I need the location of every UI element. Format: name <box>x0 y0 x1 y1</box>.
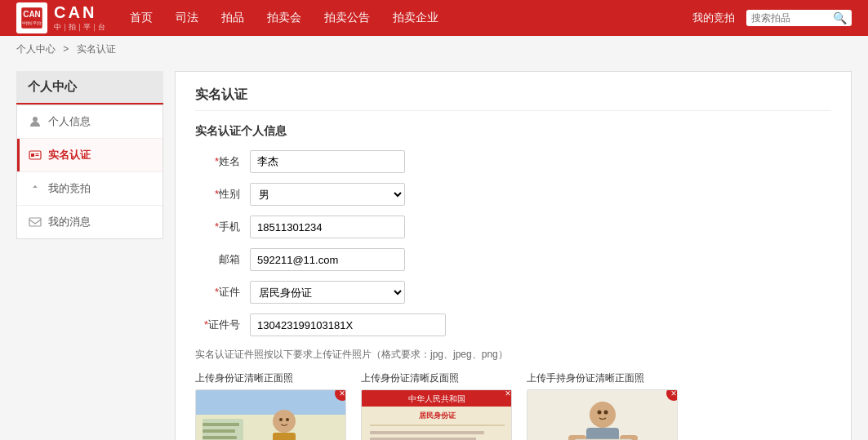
svg-rect-15 <box>203 429 235 433</box>
upload-image-front[interactable]: × <box>195 389 346 440</box>
cert-no-input[interactable] <box>250 313 446 336</box>
svg-rect-14 <box>203 423 239 426</box>
sidebar-item-my-message-label: 我的消息 <box>48 215 91 229</box>
message-icon <box>29 216 42 229</box>
my-auction-link[interactable]: 我的竞拍 <box>692 11 735 25</box>
email-label: 邮箱 <box>195 252 240 267</box>
form-row-cert-no: *证件号 <box>195 313 831 336</box>
main-container: 个人中心 个人信息 实名认证 我的竞拍 <box>0 63 868 440</box>
content-title: 实名认证 <box>195 87 831 111</box>
upload-image-hold[interactable]: × <box>527 389 678 440</box>
id-card-front-svg <box>196 390 346 440</box>
sidebar-item-my-message[interactable]: 我的消息 <box>17 206 162 238</box>
sidebar-item-personal-info-label: 个人信息 <box>48 114 91 129</box>
auction-icon <box>29 182 42 195</box>
sidebar-item-my-auction[interactable]: 我的竞拍 <box>17 172 162 206</box>
header-right: 我的竞拍 🔍 <box>692 10 852 26</box>
search-bar: 🔍 <box>746 10 852 26</box>
nav-item-enterprise[interactable]: 拍卖企业 <box>393 11 438 25</box>
svg-text:CAN: CAN <box>23 10 41 19</box>
upload-label-hold: 上传手持身份证清晰正面照 <box>527 371 678 385</box>
svg-text:中华人民共和国: 中华人民共和国 <box>408 394 465 403</box>
nav-item-home[interactable]: 首页 <box>130 11 153 25</box>
form: *姓名 *性别 男 女 *手机 <box>195 150 831 336</box>
cert-no-label: *证件号 <box>195 318 240 332</box>
svg-rect-8 <box>29 218 41 226</box>
sidebar-item-my-auction-label: 我的竞拍 <box>48 181 91 196</box>
svg-rect-5 <box>31 153 34 157</box>
breadcrumb-separator: > <box>63 43 69 55</box>
logo-area: CAN 中|拍|平|台 CAN 中｜拍｜平｜台 <box>16 2 105 33</box>
nav-item-items[interactable]: 拍品 <box>221 11 244 25</box>
sidebar-item-real-name[interactable]: 实名认证 <box>17 139 162 172</box>
form-row-email: 邮箱 <box>195 248 831 271</box>
logo-sub-text: 中｜拍｜平｜台 <box>54 22 105 33</box>
nav-item-auction-house[interactable]: 拍卖会 <box>267 11 301 25</box>
upload-note: 实名认证证件照按以下要求上传证件照片（格式要求：jpg、jpeg、png） <box>195 348 831 362</box>
svg-rect-28 <box>370 431 484 434</box>
logo-main-text: CAN <box>54 3 105 22</box>
section-title: 实名认证个人信息 <box>195 124 831 139</box>
id-card-icon <box>29 149 42 162</box>
cert-type-label: *证件 <box>195 285 240 300</box>
form-row-phone: *手机 <box>195 216 831 238</box>
search-button[interactable]: 🔍 <box>833 11 847 24</box>
svg-text:中|拍|平|台: 中|拍|平|台 <box>22 20 42 25</box>
gender-select[interactable]: 男 女 <box>250 183 405 206</box>
svg-point-40 <box>590 402 616 428</box>
svg-rect-16 <box>203 436 237 439</box>
id-card-back-svg: 中华人民共和国 居民身份证 <box>362 390 512 440</box>
svg-point-49 <box>598 411 602 415</box>
svg-point-50 <box>604 411 608 415</box>
name-input[interactable] <box>250 150 405 173</box>
logo-icon: CAN 中|拍|平|台 <box>16 2 47 33</box>
email-input[interactable] <box>250 248 405 271</box>
logo-text-area: CAN 中｜拍｜平｜台 <box>54 3 105 33</box>
upload-card-front: 上传身份证清晰正面照 <box>195 371 346 440</box>
svg-rect-27 <box>370 424 505 426</box>
sidebar-item-real-name-label: 实名认证 <box>48 148 91 162</box>
can-logo-svg: CAN 中|拍|平|台 <box>20 7 43 29</box>
svg-text:居民身份证: 居民身份证 <box>418 411 456 420</box>
cert-type-select[interactable]: 居民身份证 护照 其他 <box>250 281 405 304</box>
svg-rect-41 <box>586 428 619 440</box>
id-card-hold-svg <box>527 390 678 440</box>
phone-input[interactable] <box>250 216 405 238</box>
main-nav: 首页 司法 拍品 拍卖会 拍卖公告 拍卖企业 <box>130 11 692 25</box>
breadcrumb-current: 实名认证 <box>77 43 116 55</box>
header: CAN 中|拍|平|台 CAN 中｜拍｜平｜台 首页 司法 拍品 拍卖会 拍卖公… <box>0 0 868 36</box>
breadcrumb-home[interactable]: 个人中心 <box>16 43 56 55</box>
upload-label-back: 上传身份证清晰反面照 <box>361 371 512 385</box>
upload-image-back[interactable]: 中华人民共和国 居民身份证 <box>361 389 512 440</box>
form-row-name: *姓名 <box>195 150 831 173</box>
upload-area: 上传身份证清晰正面照 <box>195 371 831 440</box>
search-input[interactable] <box>751 12 833 24</box>
user-icon <box>29 115 42 128</box>
upload-label-front: 上传身份证清晰正面照 <box>195 371 346 385</box>
svg-point-3 <box>33 117 38 122</box>
svg-point-21 <box>279 418 283 421</box>
sidebar-item-personal-info[interactable]: 个人信息 <box>17 105 162 139</box>
sidebar-title: 个人中心 <box>16 71 163 104</box>
phone-label: *手机 <box>195 220 240 234</box>
gender-label: *性别 <box>195 187 240 202</box>
svg-rect-10 <box>196 390 346 415</box>
form-row-cert-type: *证件 居民身份证 护照 其他 <box>195 281 831 304</box>
sidebar: 个人中心 个人信息 实名认证 我的竞拍 <box>16 71 163 440</box>
upload-card-back: 上传身份证清晰反面照 中华人民共和国 居民身份证 <box>361 371 512 440</box>
content-area: 实名认证 实名认证个人信息 *姓名 *性别 男 女 <box>175 71 852 440</box>
upload-card-hold: 上传手持身份证清晰正面照 <box>527 371 678 440</box>
name-label: *姓名 <box>195 154 240 169</box>
breadcrumb: 个人中心 > 实名认证 <box>0 36 868 63</box>
nav-item-judicial[interactable]: 司法 <box>176 11 198 25</box>
svg-rect-13 <box>273 433 296 440</box>
sidebar-menu: 个人信息 实名认证 我的竞拍 我的消息 <box>16 104 163 239</box>
nav-item-announcement[interactable]: 拍卖公告 <box>324 11 370 25</box>
svg-point-12 <box>273 410 296 433</box>
svg-point-22 <box>286 418 289 421</box>
form-row-gender: *性别 男 女 <box>195 183 831 206</box>
